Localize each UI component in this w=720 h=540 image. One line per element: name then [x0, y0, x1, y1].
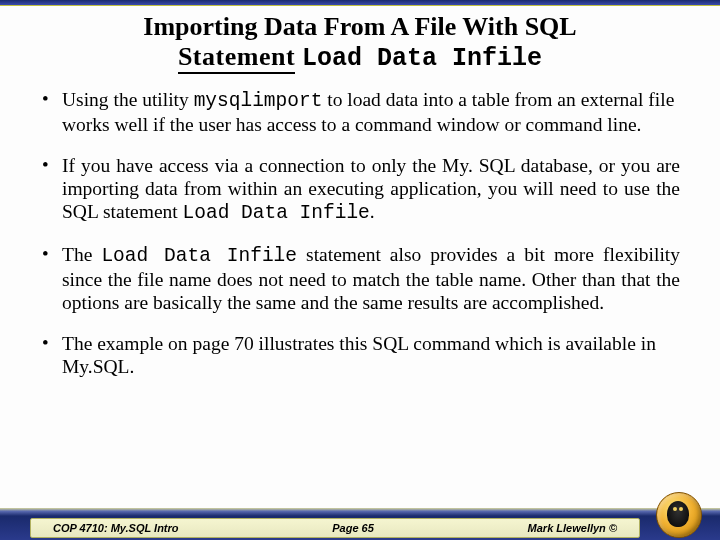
bullet-list: Using the utility mysqlimport to load da… — [40, 88, 680, 378]
footer-bar: COP 4710: My.SQL Intro Page 65 Mark Llew… — [0, 516, 720, 540]
list-item: The Load Data Infile statement also prov… — [40, 243, 680, 314]
list-item: If you have access via a connection to o… — [40, 154, 680, 225]
footer-gradient — [0, 508, 720, 516]
bullet-code: Load Data Infile — [101, 245, 297, 267]
title-line-2: Statement Load Data Infile — [30, 42, 690, 74]
footer-course: COP 4710: My.SQL Intro — [53, 522, 179, 534]
slide-body: Using the utility mysqlimport to load da… — [0, 74, 720, 378]
top-accent-bar — [0, 0, 720, 6]
ucf-pegasus-logo-icon — [656, 492, 702, 538]
footer-author: Mark Llewellyn © — [528, 522, 617, 534]
bullet-text: Using the utility — [62, 89, 194, 110]
bullet-text: The — [62, 244, 101, 265]
slide-title: Importing Data From A File With SQL Stat… — [0, 12, 720, 74]
footer-panel: COP 4710: My.SQL Intro Page 65 Mark Llew… — [30, 518, 640, 538]
bullet-text: The example on page 70 illustrates this … — [62, 333, 656, 377]
list-item: The example on page 70 illustrates this … — [40, 332, 680, 378]
bullet-text: . — [370, 201, 375, 222]
footer-page: Page 65 — [332, 522, 374, 534]
bullet-code: Load Data Infile — [183, 202, 370, 224]
title-underlined-word: Statement — [178, 42, 295, 74]
bullet-code: mysqlimport — [194, 90, 323, 112]
list-item: Using the utility mysqlimport to load da… — [40, 88, 680, 136]
title-code: Load Data Infile — [302, 44, 542, 73]
slide-footer: COP 4710: My.SQL Intro Page 65 Mark Llew… — [0, 508, 720, 540]
title-line-1: Importing Data From A File With SQL — [30, 12, 690, 42]
